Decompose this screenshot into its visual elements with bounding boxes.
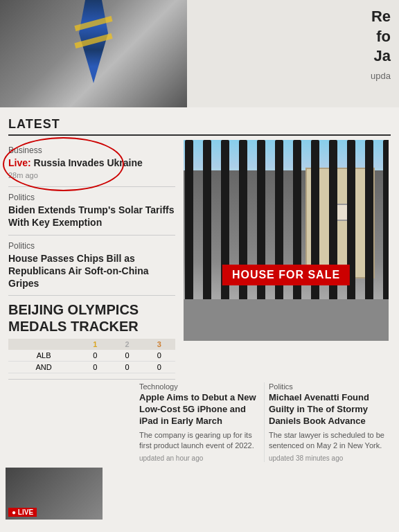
article-1-time: 28m ago xyxy=(8,171,175,179)
latest-header: LATEST xyxy=(8,117,391,136)
col-country xyxy=(8,339,79,350)
top-line-1: Re xyxy=(371,7,391,27)
top-line-2: fo xyxy=(371,27,391,47)
country-and: AND xyxy=(8,362,79,373)
article-1-title: Live: Russia Invades Ukraine xyxy=(8,157,175,169)
table-row: ALB 0 0 0 xyxy=(8,350,175,362)
apple-time: updated an hour ago xyxy=(139,454,260,462)
and-silver: 0 xyxy=(111,362,143,373)
alb-bronze: 0 xyxy=(143,350,175,362)
house-image: HOUSE FOR SALE xyxy=(184,140,389,341)
col-silver: 2 xyxy=(111,339,143,350)
avenatti-time: updated 38 minutes ago xyxy=(269,454,389,462)
article-russia[interactable]: Business Live: Russia Invades Ukraine 28… xyxy=(8,140,175,187)
article-biden[interactable]: Politics Biden Extends Trump's Solar Tar… xyxy=(8,187,175,235)
main-content: LATEST Business Live: Russia Invades Ukr… xyxy=(0,107,399,528)
ground xyxy=(184,299,389,341)
latest-section: LATEST xyxy=(0,113,399,136)
article-house-passes[interactable]: Politics House Passes Chips Bill as Repu… xyxy=(8,236,175,296)
article-apple[interactable]: Technology Apple Aims to Debut a New Low… xyxy=(135,382,265,461)
alb-gold: 0 xyxy=(79,350,111,362)
and-gold: 0 xyxy=(79,362,111,373)
avenatti-excerpt: The star lawyer is scheduled to be sente… xyxy=(269,430,389,452)
article-2-title: Biden Extends Trump's Solar Tariffs With… xyxy=(8,204,175,229)
apple-excerpt: The company is gearing up for its first … xyxy=(139,430,260,452)
alb-silver: 0 xyxy=(111,350,143,362)
top-line-3: Ja xyxy=(371,46,391,66)
apple-category: Technology xyxy=(139,382,260,391)
sky xyxy=(184,140,389,168)
avenatti-title: Michael Avenatti Found Guilty in The of … xyxy=(269,392,389,427)
article-2-category: Politics xyxy=(8,193,175,202)
col-gold: 1 xyxy=(79,339,111,350)
two-column-layout: Business Live: Russia Invades Ukraine 28… xyxy=(0,140,399,380)
table-row: AND 0 0 0 xyxy=(8,362,175,373)
right-column: HOUSE FOR SALE xyxy=(184,140,399,380)
live-badge: Live: xyxy=(8,157,31,168)
updated-label: upda xyxy=(371,71,391,81)
bottom-live-row: ● LIVE xyxy=(0,465,399,522)
olympics-tracker: BEIJING OLYMPICS MEDALS TRACKER 1 2 3 AL… xyxy=(8,296,175,380)
medals-table: 1 2 3 ALB 0 0 0 AND xyxy=(8,339,175,373)
article-1-title-text: Russia Invades Ukraine xyxy=(34,157,143,168)
col-bronze: 3 xyxy=(143,339,175,350)
top-area: Re fo Ja upda xyxy=(0,0,399,107)
article-avenatti[interactable]: Politics Michael Avenatti Found Guilty i… xyxy=(265,382,393,461)
live-label: ● LIVE xyxy=(8,508,37,517)
top-right-lines: Re fo Ja xyxy=(371,7,391,66)
top-left-image xyxy=(0,0,187,107)
avenatti-category: Politics xyxy=(269,382,389,391)
house-for-sale-sign: HOUSE FOR SALE xyxy=(222,265,350,285)
bottom-three-col: Technology Apple Aims to Debut a New Low… xyxy=(0,382,399,461)
live-thumbnail[interactable]: ● LIVE xyxy=(6,468,103,520)
country-alb: ALB xyxy=(8,350,79,362)
article-1-category: Business xyxy=(8,145,175,155)
olympics-title: BEIJING OLYMPICS MEDALS TRACKER xyxy=(8,301,175,335)
article-3-category: Politics xyxy=(8,241,175,251)
top-right-panel: Re fo Ja upda xyxy=(187,0,399,107)
apple-title: Apple Aims to Debut a New Low-Cost 5G iP… xyxy=(139,392,260,427)
left-column: Business Live: Russia Invades Ukraine 28… xyxy=(0,140,184,380)
and-bronze: 0 xyxy=(143,362,175,373)
article-3-title: House Passes Chips Bill as Republicans A… xyxy=(8,252,175,290)
